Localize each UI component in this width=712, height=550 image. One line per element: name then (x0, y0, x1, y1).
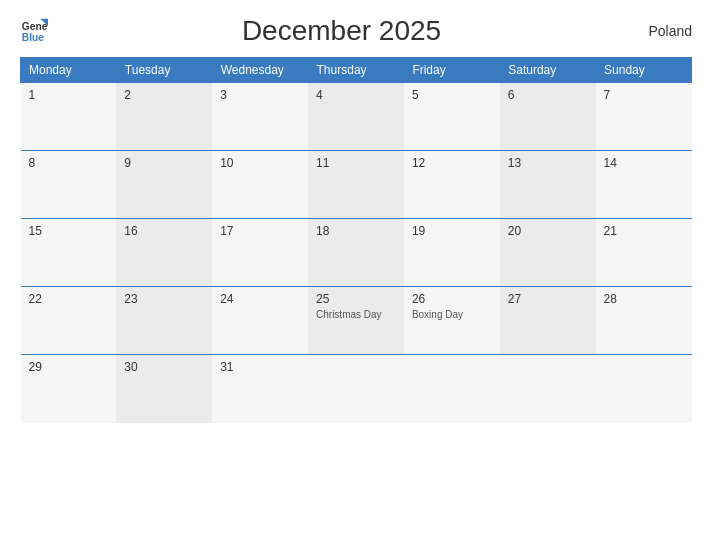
header-wednesday: Wednesday (212, 58, 308, 83)
header-sunday: Sunday (596, 58, 692, 83)
calendar-page: General Blue December 2025 Poland Monday… (0, 0, 712, 550)
day-number: 13 (508, 156, 588, 170)
header-monday: Monday (21, 58, 117, 83)
day-number: 19 (412, 224, 492, 238)
calendar-cell: 18 (308, 219, 404, 287)
logo-icon: General Blue (20, 17, 48, 45)
day-number: 31 (220, 360, 300, 374)
week-row-2: 891011121314 (21, 151, 692, 219)
calendar-cell: 16 (116, 219, 212, 287)
calendar-cell: 14 (596, 151, 692, 219)
day-number: 20 (508, 224, 588, 238)
calendar-cell: 31 (212, 355, 308, 423)
day-number: 25 (316, 292, 396, 306)
day-number: 11 (316, 156, 396, 170)
day-number: 30 (124, 360, 204, 374)
day-number: 1 (29, 88, 109, 102)
logo: General Blue (20, 17, 51, 45)
calendar-cell: 25Christmas Day (308, 287, 404, 355)
calendar-cell: 11 (308, 151, 404, 219)
calendar-cell: 20 (500, 219, 596, 287)
calendar-cell: 27 (500, 287, 596, 355)
header-tuesday: Tuesday (116, 58, 212, 83)
calendar-cell: 1 (21, 83, 117, 151)
week-row-5: 293031 (21, 355, 692, 423)
day-number: 28 (604, 292, 684, 306)
calendar-cell: 8 (21, 151, 117, 219)
calendar-cell: 6 (500, 83, 596, 151)
day-number: 6 (508, 88, 588, 102)
day-number: 27 (508, 292, 588, 306)
day-number: 24 (220, 292, 300, 306)
day-number: 16 (124, 224, 204, 238)
day-number: 5 (412, 88, 492, 102)
day-number: 18 (316, 224, 396, 238)
holiday-label: Boxing Day (412, 308, 492, 321)
calendar-cell: 24 (212, 287, 308, 355)
day-number: 26 (412, 292, 492, 306)
calendar-cell: 7 (596, 83, 692, 151)
calendar-cell: 5 (404, 83, 500, 151)
holiday-label: Christmas Day (316, 308, 396, 321)
header: General Blue December 2025 Poland (20, 15, 692, 47)
calendar-cell: 12 (404, 151, 500, 219)
calendar-cell: 10 (212, 151, 308, 219)
calendar-cell (500, 355, 596, 423)
calendar-cell: 19 (404, 219, 500, 287)
calendar-cell: 29 (21, 355, 117, 423)
calendar-cell (308, 355, 404, 423)
day-number: 3 (220, 88, 300, 102)
calendar-cell: 17 (212, 219, 308, 287)
week-row-4: 22232425Christmas Day26Boxing Day2728 (21, 287, 692, 355)
page-title: December 2025 (51, 15, 632, 47)
day-number: 7 (604, 88, 684, 102)
calendar-cell: 28 (596, 287, 692, 355)
header-saturday: Saturday (500, 58, 596, 83)
calendar-cell: 30 (116, 355, 212, 423)
day-number: 8 (29, 156, 109, 170)
day-number: 10 (220, 156, 300, 170)
day-number: 2 (124, 88, 204, 102)
week-row-1: 1234567 (21, 83, 692, 151)
calendar-cell: 9 (116, 151, 212, 219)
calendar-table: Monday Tuesday Wednesday Thursday Friday… (20, 57, 692, 423)
calendar-cell: 22 (21, 287, 117, 355)
calendar-cell: 21 (596, 219, 692, 287)
calendar-cell (404, 355, 500, 423)
header-friday: Friday (404, 58, 500, 83)
calendar-cell: 26Boxing Day (404, 287, 500, 355)
calendar-cell (596, 355, 692, 423)
day-number: 29 (29, 360, 109, 374)
day-number: 4 (316, 88, 396, 102)
day-number: 21 (604, 224, 684, 238)
day-number: 14 (604, 156, 684, 170)
day-number: 9 (124, 156, 204, 170)
day-number: 12 (412, 156, 492, 170)
day-number: 23 (124, 292, 204, 306)
calendar-cell: 13 (500, 151, 596, 219)
country-label: Poland (632, 23, 692, 39)
weekday-header-row: Monday Tuesday Wednesday Thursday Friday… (21, 58, 692, 83)
header-thursday: Thursday (308, 58, 404, 83)
calendar-cell: 3 (212, 83, 308, 151)
svg-text:Blue: Blue (22, 32, 45, 43)
week-row-3: 15161718192021 (21, 219, 692, 287)
svg-text:General: General (22, 21, 48, 32)
day-number: 22 (29, 292, 109, 306)
calendar-cell: 23 (116, 287, 212, 355)
calendar-cell: 15 (21, 219, 117, 287)
calendar-cell: 2 (116, 83, 212, 151)
day-number: 17 (220, 224, 300, 238)
day-number: 15 (29, 224, 109, 238)
calendar-cell: 4 (308, 83, 404, 151)
